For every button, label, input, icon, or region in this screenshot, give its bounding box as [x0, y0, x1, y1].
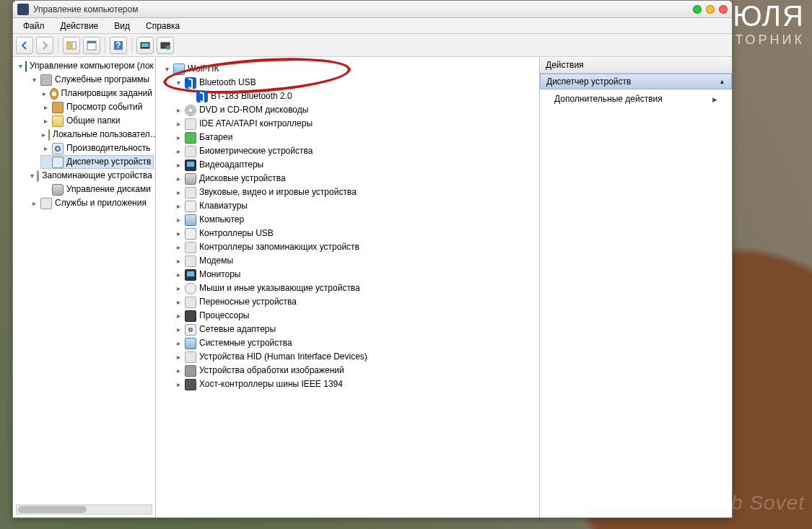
label: Видеоадаптеры — [199, 159, 263, 171]
users-icon — [48, 129, 50, 141]
scan-hardware-button[interactable] — [136, 37, 154, 54]
dvd-icon — [185, 105, 196, 116]
minimize-button[interactable] — [693, 5, 702, 14]
menu-view[interactable]: Вид — [107, 19, 137, 32]
menu-file[interactable]: Файл — [16, 19, 52, 32]
cpu-icon — [185, 310, 196, 322]
device-disk-drives[interactable]: Дисковые устройства — [173, 172, 536, 185]
label: Производительность — [66, 142, 150, 154]
tree-device-manager[interactable]: Диспетчер устройств — [40, 155, 154, 169]
label: Запоминающие устройства — [42, 170, 152, 182]
biometric-icon — [185, 146, 196, 157]
device-bt183[interactable]: BT-183 Bluetooth 2.0 — [185, 89, 536, 103]
device-bluetooth[interactable]: Bluetooth USB — [173, 76, 536, 89]
tree-system-tools[interactable]: Служебные программы — [29, 73, 154, 87]
device-system[interactable]: Системные устройства — [173, 336, 536, 350]
device-batteries[interactable]: Батареи — [173, 131, 536, 144]
device-1394[interactable]: Хост-контроллеры шины IEEE 1394 — [173, 377, 536, 391]
label: BT-183 Bluetooth 2.0 — [211, 90, 292, 102]
device-keyboards[interactable]: Клавиатуры — [173, 199, 536, 213]
device-biometric[interactable]: Биометрические устройства — [173, 144, 536, 158]
scrollbar-thumb[interactable] — [18, 506, 87, 513]
tree-event-viewer[interactable]: Просмотр событий — [40, 100, 154, 114]
device-monitors[interactable]: Мониторы — [173, 268, 536, 281]
device-ide[interactable]: IDE ATA/ATAPI контроллеры — [173, 117, 536, 131]
device-sound[interactable]: Звуковые, видео и игровые устройства — [173, 185, 536, 199]
actions-header: Действия — [540, 58, 732, 74]
computer-icon — [185, 214, 196, 226]
label: Просмотр событий — [66, 101, 142, 113]
device-network-adapters[interactable]: Сетевые адаптеры — [173, 323, 536, 336]
show-hide-tree-button[interactable] — [63, 37, 80, 54]
label: Дисковые устройства — [199, 172, 286, 185]
device-computer[interactable]: Компьютер — [173, 213, 536, 227]
help-button[interactable]: ? — [110, 37, 127, 54]
device-modems[interactable]: Модемы — [173, 254, 536, 268]
tree-storage[interactable]: Запоминающие устройства — [29, 169, 154, 183]
label: Служебные программы — [55, 74, 149, 86]
horizontal-scrollbar[interactable] — [16, 504, 152, 515]
tree-shared-folders[interactable]: Общие папки — [40, 114, 154, 128]
disk-icon — [185, 173, 196, 185]
device-hid[interactable]: Устройства HID (Human Interface Devices) — [173, 350, 536, 364]
tree-local-users[interactable]: Локальные пользовател… — [40, 128, 154, 141]
tree-task-scheduler[interactable]: Планировщик заданий — [40, 87, 154, 100]
separator — [58, 38, 58, 53]
titlebar[interactable]: Управление компьютером — [13, 1, 732, 18]
device-usb-controllers[interactable]: Контроллеры USB — [173, 227, 536, 240]
label: Мыши и иные указывающие устройства — [199, 282, 360, 294]
device-imaging[interactable]: Устройства обработки изображений — [173, 364, 536, 377]
maximize-button[interactable] — [706, 5, 715, 14]
menubar: Файл Действие Вид Справка — [13, 18, 732, 34]
event-icon — [52, 102, 64, 113]
tree-performance[interactable]: Производительность — [40, 141, 154, 155]
tree-root[interactable]: Управление компьютером (лок — [17, 59, 154, 73]
monitor-icon — [185, 269, 196, 281]
label: DVD и CD-ROM дисководы — [199, 104, 308, 116]
storage-icon — [37, 170, 39, 182]
toolbar: ? — [13, 34, 732, 57]
properties-button[interactable] — [83, 37, 100, 54]
bluetooth-icon — [185, 77, 196, 89]
services-icon — [40, 198, 52, 209]
back-button[interactable] — [16, 37, 33, 54]
label: Модемы — [199, 255, 233, 267]
svg-rect-1 — [72, 42, 76, 49]
device-tree-pane: Wolf-ПК Bluetooth USB BT-183 Bluetooth 2… — [156, 58, 540, 517]
console-tree[interactable]: Управление компьютером (лок Служебные пр… — [13, 58, 155, 211]
more-actions-item[interactable]: Дополнительные действия — [540, 89, 732, 108]
camera-icon — [185, 365, 196, 377]
label: Клавиатуры — [199, 200, 248, 212]
bluetooth-icon — [196, 91, 208, 102]
device-portable[interactable]: Переносные устройства — [173, 295, 536, 309]
device-root[interactable]: Wolf-ПК — [162, 62, 536, 76]
forward-button[interactable] — [36, 37, 53, 54]
portable-icon — [185, 297, 196, 308]
tree-services-apps[interactable]: Службы и приложения — [29, 196, 154, 210]
computer-icon — [25, 61, 27, 72]
label: Bluetooth USB — [199, 76, 256, 89]
label: Хост-контроллеры шины IEEE 1394 — [199, 378, 343, 390]
device-tree[interactable]: Wolf-ПК Bluetooth USB BT-183 Bluetooth 2… — [157, 61, 538, 393]
device-processors[interactable]: Процессоры — [173, 309, 536, 323]
svg-point-9 — [166, 45, 170, 50]
device-dvd[interactable]: DVD и CD-ROM дисководы — [173, 103, 536, 117]
usb-icon — [185, 228, 196, 240]
device-mice[interactable]: Мыши и иные указывающие устройства — [173, 281, 536, 295]
actions-section-title[interactable]: Диспетчер устройств ▲ — [540, 74, 732, 89]
mouse-icon — [185, 283, 196, 294]
tree-disk-management[interactable]: Управление дисками — [40, 183, 154, 196]
menu-action[interactable]: Действие — [53, 19, 106, 32]
clock-icon — [50, 88, 58, 100]
close-button[interactable] — [719, 5, 728, 14]
tools-icon — [40, 74, 52, 86]
menu-help[interactable]: Справка — [139, 19, 187, 32]
storage-controller-icon — [185, 242, 196, 253]
scan-hardware-changes-button[interactable] — [157, 37, 174, 54]
device-storage-controllers[interactable]: Контроллеры запоминающих устройств — [173, 240, 536, 254]
device-manager-icon — [52, 157, 64, 168]
label: Батареи — [199, 131, 232, 144]
device-display-adapters[interactable]: Видеоадаптеры — [173, 158, 536, 172]
label: Дополнительные действия — [554, 94, 663, 104]
label: Службы и приложения — [55, 197, 147, 209]
